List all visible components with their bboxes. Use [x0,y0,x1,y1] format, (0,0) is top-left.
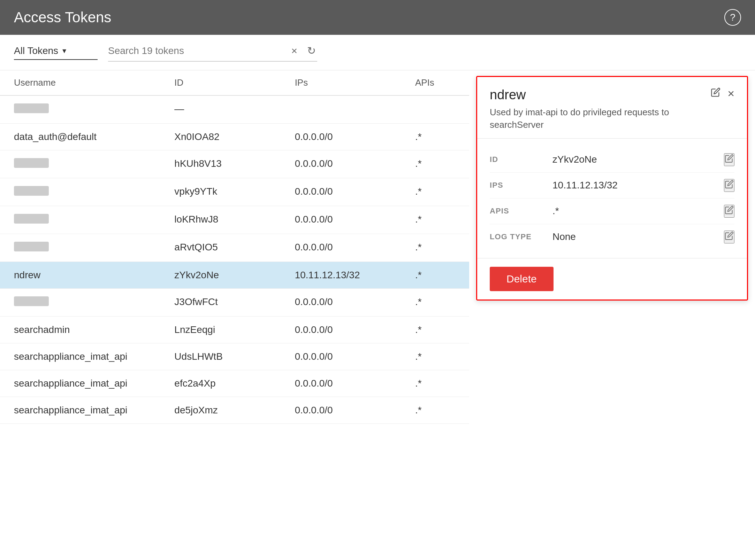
content-area: Username ID IPs APIs — data_auth@default… [0,70,755,560]
table-row[interactable]: loKRhwJ8 0.0.0.0/0 .* [0,206,469,234]
field-value-apis: .* [552,205,724,217]
detail-title-section: ndrew Used by imat-api to do privileged … [490,87,685,131]
table-row[interactable]: aRvtQIO5 0.0.0.0/0 .* [0,234,469,262]
table-row[interactable]: vpky9YTk 0.0.0.0/0 .* [0,178,469,206]
col-ips: IPs [295,77,415,88]
delete-button[interactable]: Delete [490,267,554,291]
ips-cell: 0.0.0.0/0 [295,214,415,226]
id-cell: UdsLHWtB [174,351,295,362]
detail-field-row: LOG TYPE None [490,224,734,250]
username-cell: searchappliance_imat_api [14,351,174,362]
table-row[interactable]: J3OfwFCt 0.0.0.0/0 .* [0,289,469,317]
field-value-id: zYkv2oNe [552,154,724,165]
username-cell: searchappliance_imat_api [14,405,174,416]
ips-cell: 0.0.0.0/0 [295,242,415,254]
ips-cell: 0.0.0.0/0 [295,158,415,170]
username-cell [14,186,174,198]
id-cell: — [174,103,295,116]
search-container: × ↻ [108,43,317,62]
apis-cell: .* [415,405,455,416]
search-input[interactable] [108,45,283,56]
username-cell [14,242,174,254]
id-cell: J3OfwFCt [174,296,295,309]
col-username: Username [14,77,174,88]
id-cell: loKRhwJ8 [174,214,295,226]
detail-description: Used by imat-api to do privileged reques… [490,106,685,131]
field-label-apis: APIS [490,207,552,216]
edit-field-id-button[interactable] [724,153,734,166]
detail-header: ndrew Used by imat-api to do privileged … [477,77,747,139]
apis-cell: .* [415,242,455,254]
toolbar: All Tokens ▾ × ↻ [0,35,755,70]
field-value-log-type: None [552,231,724,242]
id-cell: de5joXmz [174,405,295,416]
ips-cell: 10.11.12.13/32 [295,270,415,281]
col-id: ID [174,77,295,88]
apis-cell: .* [415,351,455,362]
ips-cell: 0.0.0.0/0 [295,296,415,309]
detail-body: ID zYkv2oNe IPS 10.11.12.13/32 APIS .* L… [477,139,747,258]
apis-cell: .* [415,296,455,309]
id-cell: zYkv2oNe [174,270,295,281]
apis-cell: .* [415,378,455,389]
table-header: Username ID IPs APIs [0,70,469,96]
table-row[interactable]: data_auth@default Xn0IOA82 0.0.0.0/0 .* [0,124,469,150]
detail-panel: ndrew Used by imat-api to do privileged … [476,76,748,301]
tokens-table: Username ID IPs APIs — data_auth@default… [0,70,469,560]
table-row[interactable]: searchappliance_imat_api de5joXmz 0.0.0.… [0,397,469,424]
id-cell: LnzEeqgi [174,324,295,335]
apis-cell: .* [415,324,455,335]
detail-field-row: APIS .* [490,199,734,224]
ips-cell: 0.0.0.0/0 [295,131,415,142]
username-cell [14,296,174,309]
edit-field-log-type-button[interactable] [724,231,734,243]
detail-title: ndrew [490,87,685,102]
close-detail-button[interactable]: × [727,87,734,99]
id-cell: aRvtQIO5 [174,242,295,254]
refresh-button[interactable]: ↻ [306,43,317,58]
apis-cell: .* [415,214,455,226]
filter-dropdown[interactable]: All Tokens ▾ [14,45,98,60]
table-row[interactable]: searchadmin LnzEeqgi 0.0.0.0/0 .* [0,317,469,343]
field-label-ips: IPS [490,181,552,190]
filter-label: All Tokens [14,45,58,56]
username-cell: ndrew [14,270,174,281]
username-cell: data_auth@default [14,131,174,142]
ips-cell: 0.0.0.0/0 [295,405,415,416]
edit-description-button[interactable] [711,87,720,100]
table-row[interactable]: searchappliance_imat_api efc2a4Xp 0.0.0.… [0,370,469,397]
apis-cell: .* [415,158,455,170]
username-cell [14,103,174,116]
detail-footer: Delete [477,258,747,300]
detail-header-actions: × [711,87,734,100]
edit-field-apis-button[interactable] [724,205,734,218]
field-value-ips: 10.11.12.13/32 [552,180,724,191]
username-cell: searchadmin [14,324,174,335]
apis-cell: .* [415,270,455,281]
ips-cell: 0.0.0.0/0 [295,324,415,335]
field-label-log-type: LOG TYPE [490,232,552,241]
table-row[interactable]: — [0,96,469,124]
username-cell: searchappliance_imat_api [14,378,174,389]
clear-search-button[interactable]: × [290,44,299,58]
page-title: Access Tokens [14,9,111,26]
field-label-id: ID [490,155,552,164]
table-body: — data_auth@default Xn0IOA82 0.0.0.0/0 .… [0,96,469,424]
id-cell: efc2a4Xp [174,378,295,389]
app-header: Access Tokens ? [0,0,755,35]
detail-field-row: ID zYkv2oNe [490,147,734,173]
id-cell: vpky9YTk [174,186,295,198]
ips-cell: 0.0.0.0/0 [295,186,415,198]
username-cell [14,158,174,170]
apis-cell: .* [415,186,455,198]
ips-cell: 0.0.0.0/0 [295,351,415,362]
table-row[interactable]: hKUh8V13 0.0.0.0/0 .* [0,150,469,178]
table-row[interactable]: searchappliance_imat_api UdsLHWtB 0.0.0.… [0,343,469,370]
table-row[interactable]: ndrew zYkv2oNe 10.11.12.13/32 .* [0,262,469,289]
edit-field-ips-button[interactable] [724,179,734,192]
ips-cell: 0.0.0.0/0 [295,378,415,389]
id-cell: hKUh8V13 [174,158,295,170]
help-button[interactable]: ? [724,9,741,26]
username-cell [14,214,174,226]
detail-field-row: IPS 10.11.12.13/32 [490,173,734,199]
